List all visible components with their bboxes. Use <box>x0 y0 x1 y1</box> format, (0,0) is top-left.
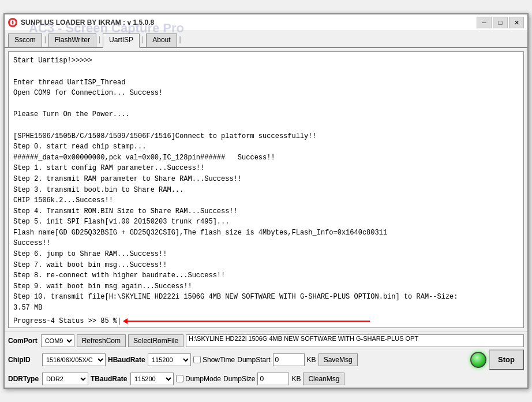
tab-uartisp[interactable]: UartISP <box>103 34 140 48</box>
tab-bar: Sscom | FlashWriter | UartISP | About | <box>5 31 527 48</box>
select-rom-button[interactable]: SelectRomFile <box>128 334 183 347</box>
comport-label: ComPort <box>8 337 38 345</box>
maximize-button[interactable]: □ <box>493 17 508 28</box>
stop-button[interactable]: Stop <box>489 349 524 370</box>
close-button[interactable]: ✕ <box>509 17 524 28</box>
showtime-label: ShowTime <box>203 356 235 364</box>
app-icon <box>8 18 17 27</box>
refresh-com-button[interactable]: RefreshCom <box>77 334 126 347</box>
chipid-row: ChipID 1516/06X/05X/C HBaudRate 115200 S… <box>8 349 524 370</box>
showtime-area: ShowTime <box>193 356 235 364</box>
ddrtype-label: DDRType <box>8 375 40 383</box>
kb1-label: KB <box>307 356 316 364</box>
rom-path-display: H:\SKYLINE HD222i 1506G 4MB NEW SOFTWARE… <box>186 334 524 347</box>
dumpsize-input[interactable] <box>257 373 289 385</box>
chipid-select[interactable]: 1516/06X/05X/C <box>42 353 106 366</box>
log-content-area: Start Uartisp!>>>>> Enter thread UartISP… <box>8 51 524 327</box>
progress-line: Progress-4 Status >> 85 %| <box>9 317 523 327</box>
ddrtype-select[interactable]: DDR2 DDR3 <box>42 373 88 385</box>
kb2-label: KB <box>291 375 301 383</box>
dumpmode-area: DumpMode <box>176 375 221 383</box>
log-text: Start Uartisp!>>>>> Enter thread UartISP… <box>9 52 523 317</box>
cleanmsg-button[interactable]: CleanMsg <box>303 373 344 385</box>
dumpstart-label: DumpStart <box>237 356 270 364</box>
hbaudrate-label: HBaudRate <box>108 356 145 364</box>
savemsg-button[interactable]: SaveMsg <box>319 353 358 366</box>
showtime-checkbox[interactable] <box>193 356 201 363</box>
arrow-head <box>123 318 128 324</box>
title-bar: SUNPLUS LOADER BY IKRAM : v 1.5.0.8 ─ □ … <box>5 14 527 31</box>
minimize-button[interactable]: ─ <box>477 17 492 28</box>
ddrtype-row: DDRType DDR2 DDR3 TBaudRate 115200 DumpM… <box>8 373 524 385</box>
tbaudrate-select[interactable]: 115200 <box>130 373 174 385</box>
controls-area: ComPort COM9 RefreshCom SelectRomFile H:… <box>5 332 527 388</box>
arrow-line <box>128 321 370 322</box>
dumpmode-label: DumpMode <box>185 375 221 383</box>
progress-text: Progress-4 Status >> 85 %| <box>13 317 121 325</box>
window-title: SUNPLUS LOADER BY IKRAM : v 1.5.0.8 <box>21 18 154 27</box>
tab-about[interactable]: About <box>146 34 177 47</box>
dumpstart-input[interactable] <box>273 353 305 366</box>
dumpmode-checkbox[interactable] <box>176 375 183 382</box>
tab-flashwriter[interactable]: FlashWriter <box>48 34 96 47</box>
dumpsize-label: DumpSize <box>223 375 255 383</box>
comport-row: ComPort COM9 RefreshCom SelectRomFile H:… <box>8 334 524 347</box>
led-indicator <box>470 352 486 368</box>
main-window: SUNPLUS LOADER BY IKRAM : v 1.5.0.8 ─ □ … <box>3 13 529 388</box>
tbaudrate-label: TBaudRate <box>91 375 128 383</box>
chipid-label: ChipID <box>8 356 40 364</box>
progress-arrow <box>123 318 523 324</box>
tab-sscom[interactable]: Sscom <box>8 34 42 47</box>
comport-select[interactable]: COM9 <box>41 334 74 347</box>
hbaudrate-select[interactable]: 115200 <box>148 353 191 366</box>
